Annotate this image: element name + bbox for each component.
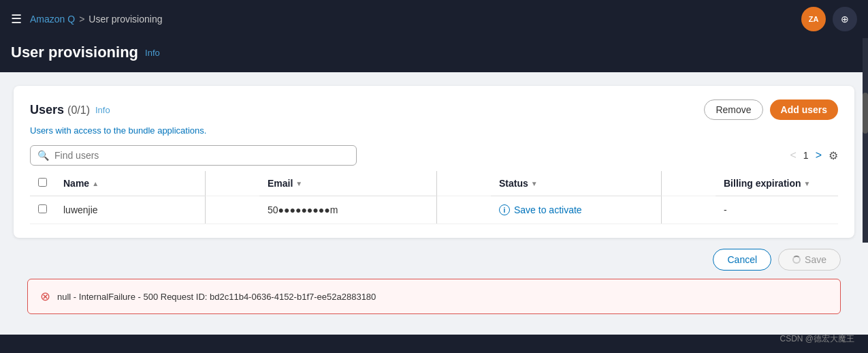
breadcrumb-current: User provisioning (89, 14, 162, 25)
th-email: Email ▼ (259, 171, 436, 196)
save-to-activate-link[interactable]: i Save to activate (499, 204, 653, 215)
row-divider-1 (205, 196, 259, 224)
users-table: Name ▲ Email ▼ Status (30, 171, 838, 224)
table-row: luwenjie 50●●●●●●●●●m i Save to activate… (30, 196, 838, 224)
col-divider-2 (436, 171, 491, 196)
page-header: User provisioning Info (0, 38, 868, 72)
billing-sort-icon: ▼ (804, 180, 811, 187)
add-users-button[interactable]: Add users (770, 99, 838, 120)
search-icon: 🔍 (37, 150, 49, 161)
table-header-row: Name ▲ Email ▼ Status (30, 171, 838, 196)
page-info-link[interactable]: Info (145, 48, 160, 58)
search-container: 🔍 (30, 145, 357, 166)
cancel-button[interactable]: Cancel (713, 249, 771, 271)
error-box: ⊗ null - InternalFailure - 500 Request I… (27, 279, 841, 314)
save-to-activate-label: Save to activate (514, 204, 582, 215)
row-name-cell: luwenjie (55, 196, 205, 224)
th-billing: Billing expiration ▼ (716, 171, 838, 196)
th-checkbox (30, 171, 55, 196)
table-settings-button[interactable]: ⚙ (829, 149, 838, 162)
error-icon: ⊗ (40, 289, 50, 304)
card-count: (0/1) (67, 104, 90, 116)
globe-icon-button[interactable]: ⊕ (833, 7, 857, 31)
avatar-button[interactable]: ZA (801, 7, 826, 31)
card-title: Users (0/1) (30, 103, 90, 117)
page-title: User provisioning (11, 44, 138, 61)
row-billing-cell: - (716, 196, 838, 224)
breadcrumb-separator: > (79, 14, 84, 25)
top-nav: ☰ Amazon Q > User provisioning ZA ⊕ (0, 0, 868, 38)
th-status: Status ▼ (491, 171, 661, 196)
prev-page-button[interactable]: < (788, 148, 799, 163)
hamburger-icon[interactable]: ☰ (11, 12, 22, 27)
row-checkbox-cell (30, 196, 55, 224)
save-label: Save (805, 254, 826, 265)
col-divider-3 (661, 171, 716, 196)
card-header-left: Users (0/1) Info (30, 103, 110, 117)
search-input[interactable] (54, 150, 349, 161)
name-sort-icon: ▲ (92, 180, 99, 187)
users-card: Users (0/1) Info Remove Add users Users … (14, 86, 854, 238)
save-spinner-icon (792, 256, 801, 264)
main-content: Users (0/1) Info Remove Add users Users … (0, 72, 868, 335)
nav-right: ZA ⊕ (801, 7, 857, 31)
email-sort-icon: ▼ (295, 180, 302, 187)
globe-icon: ⊕ (841, 14, 849, 25)
card-info-link[interactable]: Info (95, 105, 110, 115)
search-row: 🔍 < 1 > ⚙ (30, 145, 838, 166)
bottom-actions: Cancel Save (14, 238, 854, 276)
status-info-icon: i (499, 204, 510, 215)
status-sort-icon: ▼ (531, 180, 538, 187)
card-subtitle: Users with access to the bundle applicat… (30, 125, 838, 136)
select-all-checkbox[interactable] (38, 178, 47, 187)
scrollbar-thumb (863, 93, 868, 134)
card-header: Users (0/1) Info Remove Add users (30, 99, 838, 120)
save-button: Save (778, 249, 841, 271)
row-divider-2 (436, 196, 491, 224)
breadcrumb-parent[interactable]: Amazon Q (30, 14, 75, 25)
next-page-button[interactable]: > (813, 148, 824, 163)
nav-left: ☰ Amazon Q > User provisioning (11, 12, 163, 27)
watermark: CSDN @德宏大魔王 (779, 333, 854, 345)
row-divider-3 (661, 196, 716, 224)
remove-button[interactable]: Remove (704, 99, 762, 120)
col-divider-1 (205, 171, 259, 196)
th-name: Name ▲ (55, 171, 205, 196)
breadcrumb: Amazon Q > User provisioning (30, 14, 163, 25)
row-checkbox[interactable] (38, 204, 47, 213)
card-header-right: Remove Add users (704, 99, 838, 120)
row-status-cell: i Save to activate (491, 196, 661, 224)
error-text: null - InternalFailure - 500 Request ID:… (57, 292, 376, 302)
pagination-controls: < 1 > ⚙ (788, 148, 838, 163)
scrollbar-track[interactable] (863, 38, 868, 243)
row-email-cell: 50●●●●●●●●●m (259, 196, 436, 224)
page-number: 1 (803, 150, 809, 161)
